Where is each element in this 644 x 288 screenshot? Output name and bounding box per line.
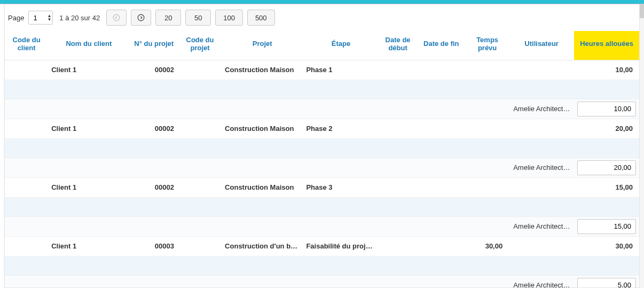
page-input[interactable] bbox=[32, 13, 45, 22]
pagesize-100-button[interactable]: 100 bbox=[215, 10, 243, 26]
cell-project-num: 00002 bbox=[130, 119, 178, 139]
alloc-hours-input[interactable] bbox=[577, 102, 636, 116]
summary-row[interactable]: Client 100002Construction MaisonPhase 31… bbox=[5, 178, 639, 198]
cell-alloc-input bbox=[574, 99, 639, 119]
arrow-left-icon bbox=[113, 14, 120, 21]
spinner-down-icon[interactable]: ▼ bbox=[47, 18, 51, 21]
arrow-right-icon bbox=[137, 14, 145, 21]
cell-start-date bbox=[379, 178, 417, 198]
vertical-scrollbar[interactable] bbox=[640, 4, 644, 288]
cell-alloc-input bbox=[574, 217, 639, 237]
svg-point-1 bbox=[138, 14, 144, 21]
alloc-hours-input[interactable] bbox=[577, 160, 636, 175]
cell-client-name: Client 1 bbox=[48, 237, 129, 256]
allocation-table: Code du client Nom du client N° du proje… bbox=[5, 31, 639, 288]
cell-user: Amelie Architectu… bbox=[509, 217, 574, 237]
summary-row[interactable]: Client 100002Construction MaisonPhase 22… bbox=[5, 119, 639, 139]
cell-planned-time: 30,00 bbox=[466, 237, 509, 256]
cell-client-name: Client 1 bbox=[48, 119, 129, 139]
cell-end-date bbox=[417, 237, 466, 256]
cell-project-code bbox=[178, 237, 222, 256]
cell-project-code bbox=[178, 119, 222, 139]
cell-end-date bbox=[417, 60, 466, 80]
cell-alloc-hours: 10,00 bbox=[574, 60, 639, 80]
cell-empty bbox=[5, 276, 509, 288]
spacer-row bbox=[5, 198, 639, 217]
spacer-row bbox=[5, 139, 639, 158]
cell-alloc-input bbox=[574, 158, 639, 178]
cell-user bbox=[509, 237, 574, 256]
cell-project-code bbox=[178, 178, 222, 198]
pagesize-500-button[interactable]: 500 bbox=[247, 10, 275, 26]
col-project[interactable]: Projet bbox=[222, 31, 303, 60]
cell-user: Amelie Architectu… bbox=[509, 99, 574, 119]
vertical-scrollbar-thumb[interactable] bbox=[640, 4, 644, 18]
cell-project: Construction Maison bbox=[222, 119, 303, 139]
col-end-date[interactable]: Date de fin bbox=[417, 31, 466, 60]
summary-row[interactable]: Client 100002Construction MaisonPhase 11… bbox=[5, 60, 639, 80]
cell-alloc-hours: 20,00 bbox=[574, 119, 639, 139]
cell-step: Faisabilité du projet… bbox=[303, 237, 379, 256]
cell-client-code bbox=[5, 237, 48, 256]
page-spinner[interactable]: ▲ ▼ bbox=[28, 11, 53, 25]
cell-project-num: 00002 bbox=[130, 60, 178, 80]
cell-client-code bbox=[5, 178, 48, 198]
cell-start-date bbox=[379, 119, 417, 139]
prev-page-button[interactable] bbox=[106, 10, 127, 26]
col-project-num[interactable]: N° du projet bbox=[130, 31, 178, 60]
cell-project-num: 00003 bbox=[130, 237, 178, 256]
svg-point-0 bbox=[113, 14, 120, 21]
col-client-code[interactable]: Code du client bbox=[5, 31, 48, 60]
cell-planned-time bbox=[466, 119, 509, 139]
col-start-date[interactable]: Date de début bbox=[379, 31, 417, 60]
detail-row[interactable]: Amelie Architectu… bbox=[5, 99, 639, 119]
col-planned-time[interactable]: Temps prévu bbox=[466, 31, 509, 60]
cell-planned-time bbox=[466, 178, 509, 198]
cell-project-num: 00002 bbox=[130, 178, 178, 198]
cell-alloc-hours: 30,00 bbox=[574, 237, 639, 256]
cell-empty bbox=[5, 217, 509, 237]
cell-user bbox=[509, 60, 574, 80]
page-label: Page bbox=[8, 14, 24, 22]
cell-step: Phase 3 bbox=[303, 178, 379, 198]
next-page-button[interactable] bbox=[131, 10, 151, 26]
cell-step: Phase 1 bbox=[303, 60, 379, 80]
col-project-code[interactable]: Code du projet bbox=[178, 31, 222, 60]
cell-end-date bbox=[417, 119, 466, 139]
cell-client-code bbox=[5, 60, 48, 80]
cell-project-code bbox=[178, 60, 222, 80]
cell-planned-time bbox=[466, 60, 509, 80]
app-topbar bbox=[0, 0, 644, 4]
page-spinner-arrows[interactable]: ▲ ▼ bbox=[47, 14, 51, 21]
page-range: 1 à 20 sur 42 bbox=[59, 14, 100, 22]
cell-client-name: Client 1 bbox=[48, 178, 129, 198]
cell-project: Construction Maison bbox=[222, 60, 303, 80]
cell-user bbox=[509, 119, 574, 139]
cell-empty bbox=[5, 99, 509, 119]
cell-start-date bbox=[379, 60, 417, 80]
cell-user: Amelie Architectu… bbox=[509, 276, 574, 288]
cell-end-date bbox=[417, 178, 466, 198]
spacer-row bbox=[5, 80, 639, 99]
col-step[interactable]: Étape bbox=[303, 31, 379, 60]
pagesize-20-button[interactable]: 20 bbox=[155, 10, 181, 26]
detail-row[interactable]: Amelie Architectu… bbox=[5, 217, 639, 237]
cell-client-name: Client 1 bbox=[48, 60, 129, 80]
col-user[interactable]: Utilisateur bbox=[509, 31, 574, 60]
cell-user: Amelie Architectu… bbox=[509, 158, 574, 178]
spacer-row bbox=[5, 256, 639, 276]
cell-alloc-input bbox=[574, 276, 639, 288]
pagesize-50-button[interactable]: 50 bbox=[185, 10, 211, 26]
detail-row[interactable]: Amelie Architectu… bbox=[5, 276, 639, 288]
col-client-name[interactable]: Nom du client bbox=[48, 31, 129, 60]
cell-step: Phase 2 bbox=[303, 119, 379, 139]
detail-row[interactable]: Amelie Architectu… bbox=[5, 158, 639, 178]
cell-client-code bbox=[5, 119, 48, 139]
summary-row[interactable]: Client 100003Construction d'un b…Faisabi… bbox=[5, 237, 639, 256]
cell-project: Construction Maison bbox=[222, 178, 303, 198]
col-alloc-hours[interactable]: Heures allouées bbox=[574, 31, 639, 60]
pagination-toolbar: Page ▲ ▼ 1 à 20 sur 42 20 50 100 500 bbox=[5, 4, 639, 31]
alloc-hours-input[interactable] bbox=[577, 278, 636, 288]
cell-project: Construction d'un b… bbox=[222, 237, 303, 256]
alloc-hours-input[interactable] bbox=[577, 219, 636, 234]
